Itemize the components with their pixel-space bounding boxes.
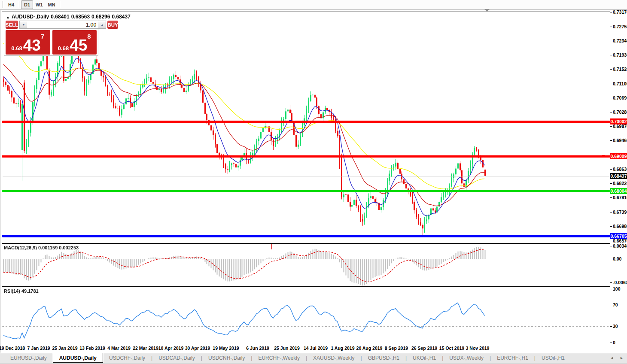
price-tick-label: 0.70690: [613, 95, 627, 100]
chart-tab-usdcnh-daily[interactable]: USDCNH-,Daily: [202, 353, 251, 363]
date-label: 8 Sep 2019: [385, 346, 408, 351]
period-button-mn[interactable]: MN: [46, 0, 58, 9]
window-left-frame: [0, 10, 1, 353]
period-buttons-group: H4D1W1MN: [5, 0, 62, 9]
price-tick-label: 0.68220: [613, 181, 627, 186]
price-tick-label: 0.68630: [613, 167, 627, 172]
ohlc-close: 0.68437: [112, 14, 130, 20]
chart-tab-ukoil-h1[interactable]: UKOil-,H1: [407, 353, 442, 363]
price-tick: [610, 183, 612, 184]
price-line-label: 0.68004: [610, 188, 627, 194]
timeframe-toolbar: H4D1W1MN: [0, 0, 627, 10]
chart-tab-eurchf-weekly[interactable]: EURCHF-,Weekly: [252, 353, 305, 363]
price-tick: [610, 197, 612, 198]
rsi-tick: [610, 326, 612, 327]
price-tick-label: 0.67810: [613, 195, 627, 200]
chart-tab-xauusd-weekly[interactable]: XAUUSD-,Weekly: [307, 353, 360, 363]
price-tick-label: 0.70280: [613, 109, 627, 115]
price-line-label: 0.70002: [610, 118, 627, 124]
sell-price-display[interactable]: 0.68 43 7: [6, 30, 50, 55]
rsi-indicator-panel: RSI(14)49.1781: [2, 287, 610, 344]
price-tick-label: 0.71100: [613, 81, 627, 86]
date-label: 14 Jul 2019: [304, 346, 328, 351]
chart-tab-usdchf-daily[interactable]: USDCHF-,Daily: [103, 353, 151, 363]
one-click-trade-widget: SELL ▼ ▲ BUY 0.68 43 7 0.68 45 8: [4, 19, 98, 56]
price-tick: [610, 98, 612, 98]
price-tick-label: 0.66980: [613, 224, 627, 229]
buy-price-pip: 8: [87, 33, 91, 40]
chart-tab-eurchf-h1[interactable]: EURCHF-,H1: [491, 353, 534, 363]
buy-price-display[interactable]: 0.68 45 8: [52, 30, 97, 55]
tab-scroll-arrows: ◄ ►: [610, 353, 624, 363]
price-tick-label: 0.69460: [613, 138, 627, 143]
date-label: 19 Dec 2018: [0, 346, 25, 351]
chart-tab-audusd-daily[interactable]: AUDUSD-,Daily: [53, 353, 103, 363]
price-tick: [610, 69, 612, 70]
toolbar-separator: [60, 1, 60, 8]
date-label: 15 Oct 2019: [439, 346, 464, 351]
volume-decrease-button[interactable]: ▼: [20, 21, 27, 28]
toolbar-grip[interactable]: [2, 1, 3, 8]
chart-tab-gbpusd-h1[interactable]: GBPUSD-,H1: [362, 353, 405, 363]
macd-tick: [610, 246, 612, 246]
date-label: 3 Nov 2019: [466, 346, 490, 351]
price-tick-label: 0.73170: [613, 9, 627, 15]
volume-increase-button[interactable]: ▲: [98, 21, 106, 28]
price-tick: [610, 140, 612, 141]
date-label: 6 Jun 2019: [246, 346, 269, 351]
sell-price-pip: 7: [41, 33, 44, 40]
chart-tab-usdx-weekly[interactable]: USDX-,Weekly: [443, 353, 490, 363]
price-tick: [610, 226, 612, 227]
period-button-d1[interactable]: D1: [21, 0, 33, 9]
date-label: 25 Jun 2019: [274, 346, 300, 351]
macd-signal-value: 0.002253: [59, 245, 79, 250]
chart-tab-eurusd-daily[interactable]: EURUSD-,Daily: [4, 353, 53, 363]
macd-main-value: 0.001159: [38, 245, 58, 250]
tab-scroll-right-icon[interactable]: ►: [620, 356, 624, 360]
time-axis[interactable]: 19 Dec 20187 Jan 201925 Jan 201913 Feb 2…: [2, 344, 610, 353]
macd-canvas[interactable]: [2, 244, 610, 286]
buy-price-prefix: 0.68: [58, 44, 69, 53]
price-tick: [610, 212, 612, 212]
tab-scroll-left-icon[interactable]: ◄: [610, 356, 614, 360]
price-tick-label: 0.72750: [613, 24, 627, 29]
price-tick: [610, 41, 612, 41]
price-tick-label: 0.72340: [613, 38, 627, 43]
sell-price-prefix: 0.68: [11, 44, 22, 53]
price-tick-label: 0.71930: [613, 52, 627, 58]
price-tick-label: 0.71520: [613, 67, 627, 72]
price-tick: [610, 55, 612, 55]
price-line-label: 0.66705: [610, 233, 627, 239]
rsi-tick-label: 30: [613, 324, 618, 329]
price-tick: [610, 169, 612, 170]
date-label: 7 Jan 2019: [27, 346, 50, 351]
macd-label: MACD(12,26,9)0.0011590.002253: [4, 245, 80, 250]
sell-button[interactable]: SELL: [6, 21, 18, 29]
rsi-label: RSI(14)49.1781: [4, 288, 40, 294]
date-label: 1 Aug 2019: [331, 346, 354, 351]
price-line-label: 0.69009: [610, 153, 627, 159]
period-button-h4[interactable]: H4: [5, 0, 17, 9]
price-tick: [610, 126, 612, 127]
rsi-tick-label: 100: [613, 286, 621, 291]
chart-tab-usdcad-daily[interactable]: USDCAD-,Daily: [152, 353, 201, 363]
rsi-value: 49.1781: [21, 288, 39, 294]
macd-tick-label: 0.00: [613, 256, 621, 261]
date-label: 26 Sep 2019: [411, 346, 437, 351]
macd-tick: [610, 259, 612, 259]
toolbar-separator: [19, 1, 19, 8]
volume-input[interactable]: [27, 21, 98, 28]
date-label: 10 Apr 2019: [158, 346, 184, 351]
period-button-w1[interactable]: W1: [33, 0, 46, 9]
chart-tab-usoil-h1[interactable]: USOil-,H1: [536, 353, 571, 363]
buy-button[interactable]: BUY: [107, 21, 118, 29]
price-tick-label: 0.67390: [613, 209, 627, 215]
chart-tabbar: EURUSD-,DailyAUDUSD-,DailyUSDCHF-,Daily|…: [0, 353, 627, 363]
rsi-canvas[interactable]: [2, 287, 610, 344]
date-label: 20 Aug 2019: [356, 346, 383, 351]
rsi-tick: [610, 343, 612, 343]
macd-tick-label: 0.00349: [613, 243, 627, 249]
price-tick: [610, 27, 612, 27]
trading-terminal-window: H4D1W1MN ▲AUDUSD-,Daily0.684010.685630.6…: [0, 0, 627, 364]
price-axis[interactable]: 0.731700.727500.723400.719300.715200.711…: [610, 12, 627, 345]
